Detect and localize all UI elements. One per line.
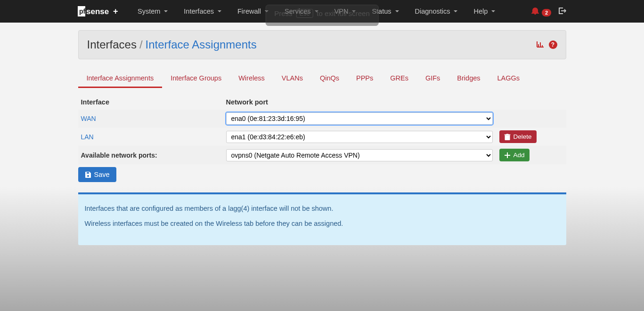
info-panel: Interfaces that are configured as member… xyxy=(78,192,566,245)
nav-vpn-label: VPN xyxy=(334,8,349,15)
nav-help-label: Help xyxy=(473,8,488,15)
caret-icon xyxy=(352,10,356,12)
add-interface-button[interactable]: Add xyxy=(499,149,530,161)
breadcrumb-root: Interfaces xyxy=(87,38,137,51)
nav-vpn[interactable]: VPN xyxy=(327,0,363,23)
nav-services[interactable]: Services xyxy=(277,0,326,23)
tab-vlans[interactable]: VLANs xyxy=(273,70,311,88)
tab-label: LAGGs xyxy=(497,74,520,82)
delete-lan-button[interactable]: Delete xyxy=(499,130,537,143)
tab-label: PPPs xyxy=(356,74,373,82)
logout-button[interactable] xyxy=(558,7,566,16)
tab-label: Bridges xyxy=(457,74,480,82)
logo-pfsense-plus[interactable]: pf sense + xyxy=(78,0,120,23)
nav-services-label: Services xyxy=(285,8,311,15)
tab-label: GREs xyxy=(390,74,408,82)
tab-laggs[interactable]: LAGGs xyxy=(489,70,529,88)
header-actions: ? xyxy=(537,40,557,50)
save-row: Save xyxy=(78,167,566,182)
caret-icon xyxy=(315,10,318,12)
nav-system[interactable]: System xyxy=(130,0,175,23)
tab-label: Interface Groups xyxy=(171,74,221,82)
table-row-wan: WAN ena0 (0e:81:23:3d:16:95) xyxy=(78,110,566,128)
wan-port-select[interactable]: ena0 (0e:81:23:3d:16:95) xyxy=(226,112,493,125)
nav-interfaces[interactable]: Interfaces xyxy=(177,0,228,23)
column-network-port: Network port xyxy=(226,98,563,106)
caret-icon xyxy=(454,10,457,12)
nav-help[interactable]: Help xyxy=(466,0,502,23)
notifications-button[interactable]: 2 xyxy=(531,7,551,16)
tab-label: Interface Assignments xyxy=(87,74,154,82)
lan-link[interactable]: LAN xyxy=(81,133,94,141)
tab-ppps[interactable]: PPPs xyxy=(348,70,382,88)
table-row-lan: LAN ena1 (0e:d3:84:22:e6:eb) Delete xyxy=(78,128,566,146)
nav-right: 2 xyxy=(531,0,566,23)
tab-qinqs[interactable]: QinQs xyxy=(311,70,348,88)
nav-diagnostics[interactable]: Diagnostics xyxy=(408,0,465,23)
info-line-1: Interfaces that are configured as member… xyxy=(85,205,560,212)
logout-icon xyxy=(558,7,566,15)
nav-firewall[interactable]: Firewall xyxy=(230,0,276,23)
plus-icon xyxy=(504,152,511,159)
tabs: Interface Assignments Interface Groups W… xyxy=(78,70,566,88)
notification-badge: 2 xyxy=(542,9,551,16)
nav-firewall-label: Firewall xyxy=(237,8,261,15)
add-label: Add xyxy=(514,152,525,159)
table-row-available: Available network ports: ovpns0 (Netgate… xyxy=(78,146,566,164)
svg-text:sense: sense xyxy=(86,7,109,16)
delete-label: Delete xyxy=(514,133,532,140)
tab-bridges[interactable]: Bridges xyxy=(448,70,489,88)
graph-icon[interactable] xyxy=(537,40,544,50)
page-content: Interfaces / Interface Assignments ? Int… xyxy=(78,23,566,245)
tab-label: Wireless xyxy=(238,74,265,82)
available-port-select[interactable]: ovpns0 (Netgate Auto Remote Access VPN) xyxy=(226,149,493,161)
help-icon[interactable]: ? xyxy=(549,40,557,49)
wan-link[interactable]: WAN xyxy=(81,115,96,122)
svg-text:+: + xyxy=(113,7,118,16)
tab-gifs[interactable]: GIFs xyxy=(417,70,448,88)
tab-gres[interactable]: GREs xyxy=(382,70,417,88)
breadcrumb-current[interactable]: Interface Assignments xyxy=(146,38,257,51)
nav-interfaces-label: Interfaces xyxy=(184,8,214,15)
tab-interface-groups[interactable]: Interface Groups xyxy=(162,70,230,88)
nav-menu: System Interfaces Firewall Services VPN … xyxy=(130,0,502,23)
assignment-table: Interface Network port WAN ena0 (0e:81:2… xyxy=(78,95,566,182)
caret-icon xyxy=(164,10,168,12)
nav-diagnostics-label: Diagnostics xyxy=(415,8,450,15)
nav-status[interactable]: Status xyxy=(365,0,406,23)
breadcrumb-sep: / xyxy=(139,38,143,51)
save-icon xyxy=(85,171,91,178)
save-label: Save xyxy=(94,171,110,178)
svg-text:pf: pf xyxy=(79,8,86,15)
tab-label: GIFs xyxy=(425,74,440,82)
available-ports-label: Available network ports: xyxy=(81,152,226,159)
caret-icon xyxy=(491,10,495,12)
save-button[interactable]: Save xyxy=(78,167,116,182)
caret-icon xyxy=(395,10,399,12)
tab-label: QinQs xyxy=(320,74,339,82)
tab-interface-assignments[interactable]: Interface Assignments xyxy=(78,70,163,88)
lan-port-select[interactable]: ena1 (0e:d3:84:22:e6:eb) xyxy=(226,131,493,143)
nav-system-label: System xyxy=(138,8,160,15)
column-interface: Interface xyxy=(81,98,226,106)
tab-label: VLANs xyxy=(282,74,303,82)
navbar: pf sense + System Interfaces Firewall Se… xyxy=(0,0,644,23)
tab-wireless[interactable]: Wireless xyxy=(230,70,273,88)
page-header: Interfaces / Interface Assignments ? xyxy=(78,30,566,59)
bell-icon xyxy=(531,7,539,15)
caret-icon xyxy=(218,10,221,12)
trash-icon xyxy=(504,134,511,140)
table-header: Interface Network port xyxy=(78,95,566,110)
info-line-2: Wireless interfaces must be created on t… xyxy=(85,220,560,227)
nav-status-label: Status xyxy=(372,8,391,15)
caret-icon xyxy=(265,10,269,12)
